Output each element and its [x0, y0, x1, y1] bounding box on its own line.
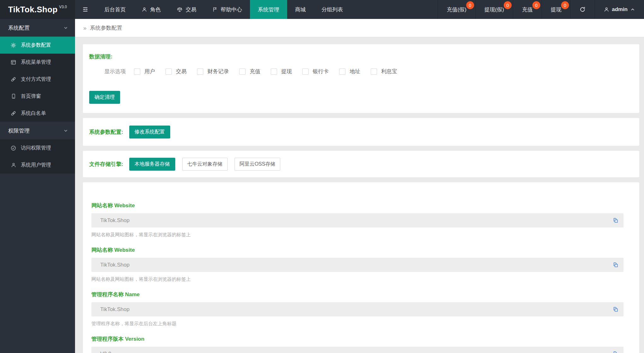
sidebar-section-permission[interactable]: 权限管理 — [0, 122, 75, 139]
settings-form-card: 网站名称 Website TikTok.Shop 网站名称及网站图标，将显示在浏… — [83, 182, 639, 353]
sidebar-item-system-menu-management[interactable]: 系统菜单管理 — [0, 54, 75, 71]
chevron-up-icon — [630, 7, 635, 12]
copy-icon[interactable] — [612, 262, 619, 268]
modify-system-config-button[interactable]: 修改系统配置 — [129, 126, 170, 138]
system-param-card: 系统参数配置: 修改系统配置 — [83, 118, 639, 146]
link-icon — [10, 76, 17, 82]
storage-aliyun-oss-button[interactable]: 阿里云OSS存储 — [235, 158, 281, 171]
data-clean-card: 数据清理: 显示选项 用户 交易 财务记录 — [83, 44, 639, 113]
topnav-item-transactions[interactable]: 交易 — [169, 0, 204, 19]
refresh-button[interactable] — [570, 0, 595, 19]
data-clean-label: 数据清理: — [89, 53, 633, 60]
sidebar-section-system-config[interactable]: 系统配置 — [0, 19, 75, 37]
page-title: 系统参数配置 — [90, 24, 122, 32]
topnav-item-group-list[interactable]: 分组列表 — [314, 0, 351, 19]
field-label: 管理程序版本 Version — [91, 335, 624, 343]
storage-qiniu-button[interactable]: 七牛云对象存储 — [182, 158, 228, 171]
withdraw-fake-badge: 0 — [504, 1, 512, 9]
breadcrumb: » 系统参数配置 — [75, 19, 644, 37]
recharge-button[interactable]: 充值 0 — [513, 0, 542, 19]
scales-icon — [177, 6, 183, 13]
withdraw-fake-button[interactable]: 提现(假) 0 — [475, 0, 513, 19]
checkbox-interest-treasure[interactable] — [371, 68, 377, 75]
recharge-fake-button[interactable]: 充值(假) 0 — [438, 0, 475, 19]
check-group-finance-record: 财务记录 — [197, 68, 229, 75]
checkbox-address[interactable] — [339, 68, 345, 75]
check-group-withdraw: 提现 — [271, 68, 292, 75]
main-content: » 系统参数配置 数据清理: 显示选项 用户 交易 — [75, 19, 644, 353]
topnav-item-dashboard[interactable]: 后台首页 — [96, 0, 134, 19]
checkbox-withdraw[interactable] — [271, 68, 277, 75]
topbar-right: 充值(假) 0 提现(假) 0 充值 0 提现 0 — [438, 0, 644, 19]
field-help: 管理程序名称，将显示在后台左上角标题 — [91, 321, 624, 327]
user-icon — [10, 162, 17, 168]
window-icon — [10, 59, 17, 65]
checkbox-recharge[interactable] — [239, 68, 246, 75]
link-icon — [10, 110, 17, 116]
sidebar: 系统配置 系统参数配置 — [0, 19, 75, 353]
recharge-fake-badge: 0 — [466, 1, 474, 9]
breadcrumb-arrow-icon: » — [83, 25, 87, 32]
confirm-clean-button[interactable]: 确定清理 — [89, 91, 120, 104]
checkbox-transaction[interactable] — [165, 68, 172, 75]
sidebar-item-system-whitelist[interactable]: 系统白名单 — [0, 105, 75, 122]
data-clean-options-row: 显示选项 用户 交易 财务记录 充值 — [89, 68, 633, 75]
website-input-1[interactable]: TikTok.Shop — [91, 213, 624, 227]
check-group-user: 用户 — [134, 68, 155, 75]
flag-icon — [212, 7, 218, 12]
sidebar-submenu-system-config: 系统参数配置 系统菜单管理 支付方式管理 — [0, 37, 75, 122]
topnav-item-roles[interactable]: 角色 — [134, 0, 169, 19]
form-field-website-1: 网站名称 Website TikTok.Shop 网站名称及网站图标，将显示在浏… — [91, 202, 624, 238]
checkbox-bank-card[interactable] — [302, 68, 309, 75]
copy-icon[interactable] — [612, 350, 619, 353]
sidebar-item-access-permission[interactable]: 访问权限管理 — [0, 139, 75, 156]
copy-icon[interactable] — [612, 306, 619, 313]
app-logo[interactable]: TikTok.Shop V3.0 — [0, 0, 75, 19]
hamburger-icon — [82, 6, 89, 13]
copy-icon[interactable] — [612, 217, 619, 224]
content-area: 数据清理: 显示选项 用户 交易 财务记录 — [75, 37, 644, 353]
storage-local-button[interactable]: 本地服务器存储 — [129, 158, 175, 171]
form-field-website-2: 网站名称 Website TikTok.Shop 网站名称及网站图标，将显示在浏… — [91, 246, 624, 282]
field-label: 管理程序名称 Name — [91, 291, 624, 298]
sidebar-item-home-popup[interactable]: 首页弹窗 — [0, 88, 75, 105]
topnav-item-mall[interactable]: 商城 — [287, 0, 314, 19]
check-group-recharge: 充值 — [239, 68, 260, 75]
form-field-admin-name: 管理程序名称 Name TikTok.Shop 管理程序名称，将显示在后台左上角… — [91, 291, 624, 327]
storage-engine-card: 文件存储引擎: 本地服务器存储 七牛云对象存储 阿里云OSS存储 — [83, 151, 639, 177]
chevron-down-icon — [63, 26, 68, 30]
withdraw-button[interactable]: 提现 0 — [542, 0, 570, 19]
field-label: 网站名称 Website — [91, 246, 624, 254]
check-group-address: 地址 — [339, 68, 360, 75]
app-root: TikTok.Shop V3.0 后台首页 角色 — [0, 0, 644, 353]
website-input-2[interactable]: TikTok.Shop — [91, 258, 624, 272]
field-help: 网站名称及网站图标，将显示在浏览器的标签上 — [91, 276, 624, 282]
person-icon — [142, 7, 147, 12]
refresh-icon — [579, 6, 586, 13]
admin-name-input[interactable]: TikTok.Shop — [91, 302, 624, 316]
user-icon — [604, 7, 609, 12]
show-options-label: 显示选项 — [104, 68, 126, 75]
sidebar-item-payment-method-management[interactable]: 支付方式管理 — [0, 71, 75, 88]
check-group-bank-card: 银行卡 — [302, 68, 329, 75]
gear-icon — [10, 42, 17, 48]
shield-check-icon — [10, 145, 17, 151]
topnav-menu: 后台首页 角色 交易 — [96, 0, 351, 19]
recharge-badge: 0 — [532, 1, 540, 9]
sidebar-collapse-button[interactable] — [75, 0, 96, 19]
checkbox-user[interactable] — [134, 68, 140, 75]
sidebar-item-system-param-config[interactable]: 系统参数配置 — [0, 37, 75, 54]
withdraw-badge: 0 — [561, 1, 569, 9]
app-title: TikTok.Shop — [8, 5, 58, 15]
admin-version-input[interactable]: V3.0 — [91, 347, 624, 353]
topnav-item-help-center[interactable]: 帮助中心 — [204, 0, 250, 19]
field-help: 网站名称及网站图标，将显示在浏览器的标签上 — [91, 232, 624, 238]
sidebar-submenu-permission: 访问权限管理 系统用户管理 — [0, 139, 75, 174]
field-label: 网站名称 Website — [91, 202, 624, 209]
sidebar-item-system-users[interactable]: 系统用户管理 — [0, 156, 75, 174]
user-menu[interactable]: admin — [595, 0, 644, 19]
checkbox-finance-record[interactable] — [197, 68, 203, 75]
form-field-admin-version: 管理程序版本 Version V3.0 管理程序版本，将显示在后台左上角标题 — [91, 335, 624, 353]
chevron-down-icon — [63, 128, 68, 133]
topnav-item-system-management[interactable]: 系统管理 — [250, 0, 287, 19]
